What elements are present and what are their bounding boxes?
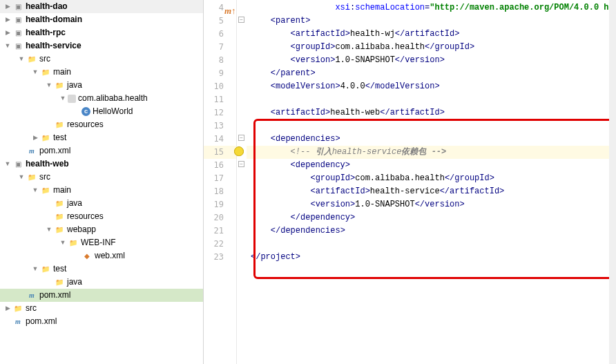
- folder-src-root[interactable]: ▶📁src: [0, 302, 203, 315]
- code-line[interactable]: <groupId>com.alibaba.health</groupId>: [247, 41, 616, 54]
- code-line[interactable]: [247, 119, 616, 133]
- folder-webapp[interactable]: ▼📁webapp: [0, 223, 203, 236]
- folder-src[interactable]: ▼📁src: [0, 171, 203, 184]
- chevron-down-icon[interactable]: ▼: [44, 223, 54, 236]
- code-line[interactable]: <artifactId>health-wj</artifactId>: [247, 28, 616, 41]
- resources-folder-icon: 📁: [54, 211, 65, 222]
- chevron-down-icon[interactable]: ▼: [30, 262, 40, 276]
- chevron-down-icon[interactable]: ▼: [58, 236, 68, 249]
- fold-toggle-icon[interactable]: −: [238, 17, 244, 23]
- code-line[interactable]: <groupId>com.alibaba.health</groupId>: [247, 172, 616, 185]
- code-line[interactable]: </parent>: [247, 67, 616, 80]
- code-editor[interactable]: m↑ 4 5 6 7 8 9 10 11 12 13 14 15 16 17 1…: [204, 0, 616, 364]
- editor-scrollbar[interactable]: [609, 0, 616, 364]
- project-tree[interactable]: ▶▣health-dao ▶▣health-domain ▶▣health-rp…: [0, 0, 204, 364]
- code-line[interactable]: <parent>: [247, 15, 616, 28]
- line-number: 4: [204, 1, 236, 15]
- chevron-right-icon[interactable]: ▶: [3, 0, 12, 13]
- chevron-down-icon[interactable]: ▼: [30, 66, 40, 79]
- intention-bulb-icon[interactable]: [234, 146, 244, 156]
- folder-icon: 📁: [26, 54, 37, 65]
- folder-src[interactable]: ▼📁src: [0, 52, 203, 66]
- code-line[interactable]: <dependency>: [247, 159, 616, 172]
- chevron-down-icon[interactable]: ▼: [3, 157, 12, 171]
- code-line[interactable]: <modelVersion>4.0.0</modelVersion>: [247, 80, 616, 93]
- line-number: 20: [204, 211, 236, 224]
- folder-java[interactable]: ▼📁java: [0, 79, 203, 92]
- tree-label: WEB-INF: [81, 236, 116, 249]
- tree-label: test: [53, 262, 66, 276]
- chevron-right-icon[interactable]: ▶: [3, 13, 12, 26]
- chevron-down-icon[interactable]: ▼: [17, 171, 26, 184]
- package-com-alibaba-health[interactable]: ▼com.alibaba.health: [0, 92, 203, 105]
- module-health-service[interactable]: ▼▣health-service: [0, 39, 203, 52]
- folder-main[interactable]: ▼📁main: [0, 66, 203, 79]
- folder-resources[interactable]: 📁resources: [0, 118, 203, 131]
- folder-test[interactable]: ▼📁test: [0, 262, 203, 276]
- file-pom-xml-root[interactable]: mpom.xml: [0, 315, 203, 328]
- module-health-domain[interactable]: ▶▣health-domain: [0, 13, 203, 26]
- maven-file-icon: m: [12, 316, 23, 327]
- code-line[interactable]: <artifactId>health-service</artifactId>: [247, 185, 616, 198]
- chevron-right-icon[interactable]: ▶: [3, 302, 12, 315]
- tree-label: java: [67, 276, 82, 289]
- folder-main[interactable]: ▼📁main: [0, 184, 203, 197]
- folder-icon: 📁: [40, 264, 51, 275]
- chevron-down-icon[interactable]: ▼: [30, 184, 40, 197]
- line-number: 7: [204, 41, 236, 54]
- line-number: 16: [204, 159, 236, 172]
- chevron-down-icon[interactable]: ▼: [17, 52, 26, 66]
- code-line[interactable]: <artifactId>health-web</artifactId>: [247, 106, 616, 119]
- chevron-right-icon[interactable]: ▶: [30, 131, 40, 144]
- folder-icon: 📁: [68, 238, 79, 249]
- line-number: 19: [204, 198, 236, 211]
- module-icon: ▣: [12, 159, 23, 170]
- module-icon: ▣: [12, 41, 23, 52]
- code-line-current[interactable]: <!-- 引入health-service依赖包 -->: [247, 146, 616, 159]
- tree-label: pom.xml: [26, 315, 57, 328]
- file-web-xml[interactable]: ◆web.xml: [0, 249, 203, 262]
- file-pom-xml-selected[interactable]: mpom.xml: [0, 289, 203, 302]
- tree-label: resources: [67, 210, 104, 223]
- code-line[interactable]: </dependencies>: [247, 224, 616, 238]
- code-line[interactable]: xsi:schemaLocation="http://maven.apache.…: [247, 1, 616, 15]
- class-helloworld[interactable]: cHelloWorld: [0, 105, 203, 118]
- line-number: 12: [204, 106, 236, 119]
- fold-toggle-icon[interactable]: −: [238, 135, 244, 141]
- chevron-down-icon[interactable]: ▼: [3, 39, 12, 52]
- line-number: 10: [204, 80, 236, 93]
- chevron-down-icon[interactable]: ▼: [58, 92, 68, 105]
- file-pom-xml[interactable]: mpom.xml: [0, 144, 203, 157]
- fold-column[interactable]: − − −: [237, 0, 247, 364]
- code-line[interactable]: <dependencies>: [247, 133, 616, 146]
- code-line[interactable]: <version>1.0-SNAPSHOT</version>: [247, 54, 616, 67]
- folder-java[interactable]: 📁java: [0, 197, 203, 210]
- code-line[interactable]: [247, 93, 616, 106]
- code-line[interactable]: [247, 238, 616, 251]
- module-icon: ▣: [12, 28, 23, 39]
- folder-java-test[interactable]: 📁java: [0, 276, 203, 289]
- folder-icon: 📁: [26, 172, 37, 183]
- chevron-right-icon[interactable]: ▶: [3, 26, 12, 39]
- folder-resources[interactable]: 📁resources: [0, 210, 203, 223]
- test-folder-icon: 📁: [54, 277, 65, 288]
- code-line[interactable]: </project>: [247, 251, 616, 264]
- module-health-web[interactable]: ▼▣health-web: [0, 157, 203, 171]
- line-number: 23: [204, 251, 236, 264]
- code-line[interactable]: <version>1.0-SNAPSHOT</version>: [247, 198, 616, 211]
- resources-folder-icon: 📁: [54, 119, 65, 131]
- tree-label: src: [39, 52, 50, 66]
- module-health-dao[interactable]: ▶▣health-dao: [0, 0, 203, 13]
- code-area[interactable]: xsi:schemaLocation="http://maven.apache.…: [247, 0, 616, 364]
- folder-web-inf[interactable]: ▼📁WEB-INF: [0, 236, 203, 249]
- tree-label: main: [53, 66, 71, 79]
- line-number: 17: [204, 172, 236, 185]
- code-line[interactable]: </dependency>: [247, 211, 616, 224]
- module-health-rpc[interactable]: ▶▣health-rpc: [0, 26, 203, 39]
- xml-file-icon: ◆: [81, 251, 93, 262]
- line-number: 11: [204, 93, 236, 106]
- folder-test[interactable]: ▶📁test: [0, 131, 203, 144]
- folder-icon: 📁: [40, 133, 51, 144]
- fold-toggle-icon[interactable]: −: [238, 161, 244, 167]
- chevron-down-icon[interactable]: ▼: [44, 79, 54, 92]
